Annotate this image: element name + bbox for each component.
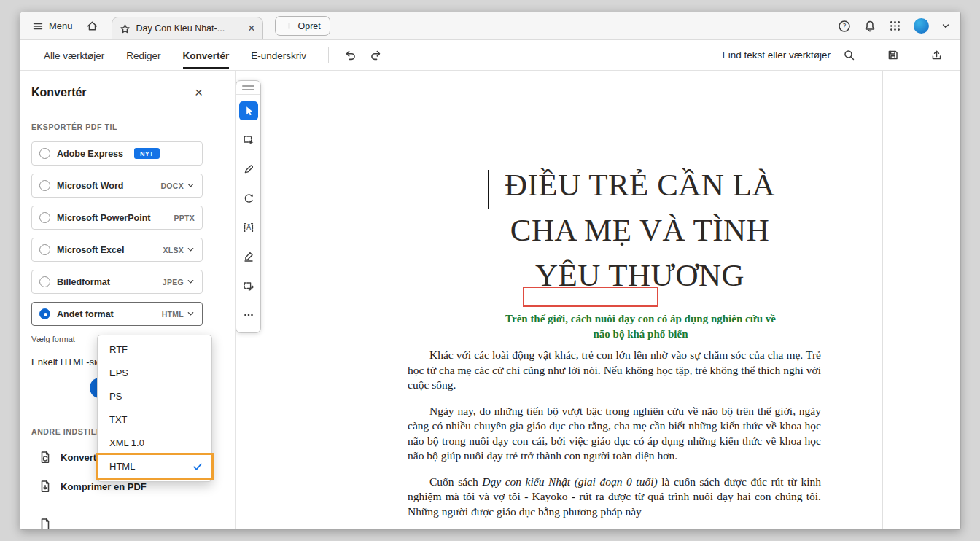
format-option-txt[interactable]: TXT [98, 408, 211, 432]
rotate-tool[interactable] [236, 184, 260, 213]
format-code: DOCX [160, 182, 184, 190]
menu-button[interactable]: Menu [28, 17, 77, 35]
export-option-image[interactable]: Billedformat JPEG [31, 270, 203, 294]
mode-toolbar: Alle værktøjer Rediger Konvertér E-under… [20, 40, 960, 71]
redo-icon [370, 49, 383, 62]
panel-item-partial[interactable] [31, 515, 203, 529]
hamburger-menu-icon [32, 20, 44, 32]
title-line: ĐIỀU TRẺ CẦN LÀ [397, 163, 882, 208]
selection-rectangle[interactable] [523, 287, 658, 307]
acrobat-window: Menu Day Con Kieu Nhat-... × Opret ? [20, 12, 961, 530]
rotate-arrow-icon [243, 192, 254, 204]
paragraph-italic: Dạy con kiểu Nhật (giai đoạn 0 tuổi) [482, 475, 657, 488]
home-icon [86, 20, 98, 32]
cursor-icon [243, 105, 254, 117]
marker-tool[interactable] [236, 242, 260, 271]
svg-text:?: ? [842, 22, 846, 30]
create-label: Opret [298, 21, 321, 31]
panel-close-icon[interactable]: × [195, 85, 203, 99]
ocr-text-tool[interactable]: Ä [236, 213, 260, 242]
export-option-excel[interactable]: Microsoft Excel XLSX [31, 238, 203, 262]
marker-icon [243, 251, 254, 262]
paragraph-text: Cuốn sách [429, 475, 482, 488]
bell-icon[interactable] [863, 20, 876, 33]
format-code: HTML [162, 310, 184, 319]
tab-rediger[interactable]: Rediger [126, 42, 160, 69]
document-subtitle: Trên thế giới, cách nuôi dạy con có áp d… [427, 311, 855, 342]
paragraph: Khác với các loài động vật khác, trẻ con… [408, 348, 821, 393]
toolbar-right: Find tekst eller værktøjer [722, 44, 947, 66]
format-option-eps[interactable]: EPS [98, 362, 211, 385]
option-label: Microsoft Excel [57, 245, 124, 255]
document-tab[interactable]: Day Con Kieu Nhat-... × [112, 17, 263, 39]
drag-handle[interactable] [236, 81, 260, 95]
tab-konverter[interactable]: Konvertér [183, 42, 230, 69]
document-title: ĐIỀU TRẺ CẦN LÀ CHA MẸ VÀ TÌNH YÊU THƯƠN… [397, 163, 882, 298]
redo-button[interactable] [365, 44, 387, 66]
export-option-other-format[interactable]: Andet format HTML [31, 302, 203, 326]
share-button[interactable] [925, 44, 947, 66]
undo-icon [343, 49, 357, 62]
undo-button[interactable] [339, 44, 361, 66]
option-label: Billedformat [57, 277, 110, 287]
format-code: JPEG [163, 278, 184, 287]
pdf-page: ĐIỀU TRẺ CẦN LÀ CHA MẸ VÀ TÌNH YÊU THƯƠN… [397, 71, 883, 529]
tab-close-icon[interactable]: × [248, 23, 254, 34]
plus-icon [284, 21, 294, 31]
tab-title: Day Con Kieu Nhat-... [136, 23, 243, 34]
document-icon [39, 518, 52, 529]
export-option-adobe-express[interactable]: Adobe Express NYT [31, 141, 203, 166]
home-button[interactable] [83, 17, 101, 35]
chevron-down-icon[interactable] [187, 246, 195, 254]
region-select-tool[interactable] [236, 125, 260, 155]
radio-button[interactable] [39, 148, 50, 159]
convert-pdf-icon [39, 451, 52, 464]
subtitle-line: Trên thế giới, cách nuôi dạy con có áp d… [427, 311, 855, 327]
save-icon [887, 49, 899, 61]
tab-alle-vaerktojer[interactable]: Alle værktøjer [44, 42, 104, 69]
export-option-word[interactable]: Microsoft Word DOCX [31, 174, 203, 198]
radio-button[interactable] [39, 276, 50, 287]
pen-icon [243, 163, 254, 175]
tab-e-underskriv[interactable]: E-underskriv [251, 42, 306, 69]
paragraph: Cuốn sách Dạy con kiểu Nhật (giai đoạn 0… [408, 475, 821, 520]
chevron-down-icon[interactable] [941, 22, 950, 31]
radio-button[interactable] [39, 244, 50, 255]
option-label: Adobe Express [57, 149, 123, 159]
save-button[interactable] [882, 44, 903, 66]
export-option-powerpoint[interactable]: Microsoft PowerPoint PPTX [31, 206, 203, 230]
edit-region-tool[interactable] [236, 271, 260, 300]
chevron-down-icon[interactable] [187, 278, 195, 286]
compress-pdf-icon [39, 480, 52, 493]
radio-button[interactable] [39, 180, 50, 191]
format-option-ps[interactable]: PS [98, 385, 211, 408]
share-upload-icon [930, 49, 943, 61]
select-tool[interactable] [236, 96, 260, 125]
chevron-down-icon[interactable] [187, 310, 195, 318]
pen-tool[interactable] [236, 155, 260, 184]
radio-button-selected[interactable] [39, 308, 50, 319]
format-code: XLSX [163, 246, 184, 254]
format-option-label: HTML [109, 455, 135, 478]
ocr-text-icon: Ä [243, 222, 254, 233]
more-tools[interactable] [236, 300, 260, 330]
help-icon[interactable]: ? [838, 20, 851, 33]
format-code: PPTX [174, 214, 195, 222]
radio-button[interactable] [39, 212, 50, 223]
avatar[interactable] [914, 18, 929, 34]
format-option-rtf[interactable]: RTF [98, 338, 211, 362]
export-options-list: Adobe Express NYT Microsoft Word DOCX Mi… [31, 141, 203, 326]
search-button[interactable] [838, 44, 860, 66]
star-icon [120, 23, 131, 34]
more-options-icon [243, 309, 254, 321]
panel-title: Konvertér [31, 86, 87, 99]
format-option-html-selected[interactable]: HTML [98, 455, 211, 478]
option-label: Microsoft PowerPoint [57, 213, 150, 223]
create-button[interactable]: Opret [275, 16, 330, 36]
chevron-down-icon[interactable] [187, 182, 195, 190]
find-label: Find tekst eller værktøjer [722, 50, 831, 61]
title-line: CHA MẸ VÀ TÌNH [397, 208, 882, 253]
format-option-xml[interactable]: XML 1.0 [98, 432, 211, 455]
panel-item-label: Komprimer en PDF [61, 481, 147, 492]
apps-grid-icon[interactable] [889, 20, 901, 32]
